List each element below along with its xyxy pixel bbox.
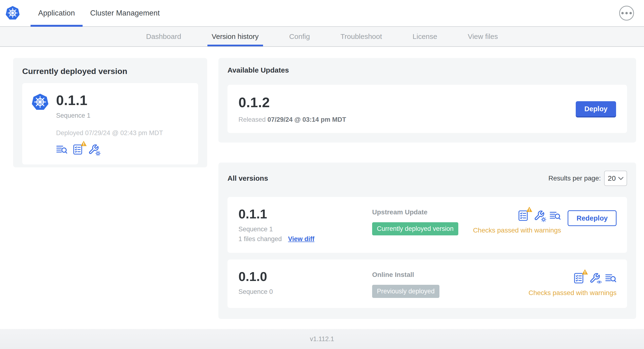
- tab-config[interactable]: Config: [274, 27, 325, 46]
- tab-cluster-management-label: Cluster Management: [90, 9, 160, 18]
- row-source: Upstream Update: [372, 208, 473, 216]
- deploy-logs-icon[interactable]: [56, 144, 68, 155]
- deploy-logs-icon[interactable]: [605, 273, 616, 283]
- more-menu-button[interactable]: [619, 6, 634, 20]
- version-row: 0.1.0 Sequence 0 Online Install Previous…: [228, 260, 627, 308]
- console-version: v1.112.1: [310, 336, 334, 343]
- row-source: Online Install: [372, 271, 528, 278]
- results-per-page-label: Results per page:: [548, 174, 601, 182]
- preflight-checks-warning-icon[interactable]: [573, 272, 584, 284]
- app-footer: v1.112.1: [0, 329, 644, 349]
- preflight-result-text: Checks passed with warnings: [473, 226, 561, 234]
- results-per-page-select[interactable]: 20: [604, 171, 627, 186]
- current-version-sequence: Sequence 1: [56, 112, 163, 119]
- currently-deployed-title: Currently deployed version: [22, 66, 198, 76]
- version-row: 0.1.1 Sequence 1 1 files changed View di…: [228, 197, 627, 253]
- warning-triangle-icon: [80, 140, 87, 146]
- current-version-deployed-date: Deployed 07/29/24 @ 02:43 pm MDT: [56, 130, 163, 137]
- currently-deployed-card: Currently deployed version 0.1.1 Sequenc…: [13, 58, 207, 167]
- all-versions-card: All versions Results per page: 20 0.1.1 …: [218, 162, 636, 319]
- preflight-checks-warning-icon[interactable]: [72, 144, 83, 155]
- deployed-status-badge: Previously deployed: [372, 285, 440, 298]
- tab-version-history[interactable]: Version history: [196, 27, 274, 46]
- edit-config-icon[interactable]: [88, 144, 99, 155]
- warning-triangle-icon: [526, 206, 532, 212]
- available-updates-card: Available Updates 0.1.2 Released 07/29/2…: [218, 58, 636, 142]
- top-nav: Application Cluster Management: [0, 0, 644, 27]
- gear-icon: [541, 217, 546, 222]
- view-config-icon[interactable]: [589, 272, 600, 284]
- current-version-number: 0.1.1: [56, 92, 163, 108]
- available-update-row: 0.1.2 Released 07/29/24 @ 03:14 pm MDT D…: [228, 85, 627, 133]
- tab-view-files[interactable]: View files: [452, 27, 513, 46]
- edit-config-icon[interactable]: [534, 210, 545, 221]
- results-per-page: Results per page: 20: [548, 171, 627, 186]
- kubernetes-app-icon: [31, 93, 49, 111]
- deploy-logs-icon[interactable]: [550, 210, 561, 221]
- tab-application[interactable]: Application: [30, 0, 82, 26]
- update-version-number: 0.1.2: [238, 94, 346, 110]
- row-files-changed: 1 files changed: [238, 235, 282, 243]
- row-sequence: Sequence 0: [238, 288, 372, 296]
- preflight-result-text: Checks passed with warnings: [528, 289, 616, 297]
- preflight-checks-warning-icon[interactable]: [518, 210, 529, 221]
- tab-cluster-management[interactable]: Cluster Management: [82, 0, 167, 26]
- top-nav-tabs: Application Cluster Management: [30, 0, 167, 26]
- tab-troubleshoot[interactable]: Troubleshoot: [325, 27, 397, 46]
- deployed-status-badge: Currently deployed version: [372, 222, 458, 235]
- eye-icon: [596, 279, 602, 285]
- all-versions-title: All versions: [228, 174, 268, 182]
- update-released-date: Released 07/29/24 @ 03:14 pm MDT: [238, 116, 346, 124]
- row-sequence: Sequence 1: [238, 226, 372, 233]
- view-diff-link[interactable]: View diff: [288, 235, 314, 243]
- tab-dashboard[interactable]: Dashboard: [131, 27, 196, 46]
- kubernetes-logo-icon: [5, 6, 20, 21]
- deploy-button[interactable]: Deploy: [576, 101, 616, 116]
- app-logo: [0, 0, 20, 26]
- currently-deployed-version-card: 0.1.1 Sequence 1 Deployed 07/29/24 @ 02:…: [22, 83, 198, 164]
- tab-application-label: Application: [38, 9, 75, 18]
- version-history-main: Available Updates 0.1.2 Released 07/29/2…: [218, 58, 636, 319]
- row-version-number: 0.1.1: [238, 206, 372, 221]
- chevron-down-icon: [618, 177, 624, 180]
- available-updates-title: Available Updates: [228, 66, 627, 74]
- warning-triangle-icon: [582, 269, 588, 275]
- app-sub-nav: Dashboard Version history Config Trouble…: [0, 27, 644, 47]
- row-version-number: 0.1.0: [238, 269, 372, 284]
- tab-license[interactable]: License: [397, 27, 452, 46]
- redeploy-button[interactable]: Redeploy: [568, 210, 616, 226]
- gear-icon: [95, 151, 101, 156]
- ellipsis-icon: [621, 12, 624, 14]
